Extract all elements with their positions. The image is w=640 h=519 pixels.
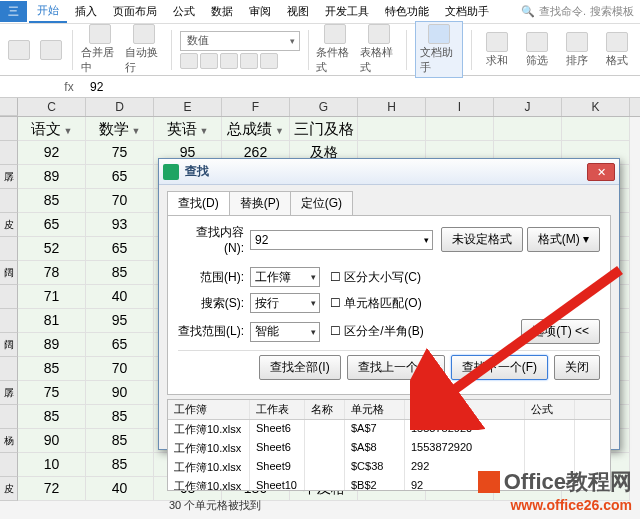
tab-view[interactable]: 视图 [279, 1, 317, 22]
inc-decimal-icon[interactable] [240, 53, 258, 69]
row-label[interactable] [0, 285, 18, 309]
col-hdr[interactable]: E [154, 98, 222, 116]
cell[interactable]: 65 [18, 213, 86, 237]
cell[interactable]: 81 [18, 309, 86, 333]
ribbon-btn-2[interactable] [38, 40, 64, 60]
cell[interactable]: 85 [18, 405, 86, 429]
cell[interactable]: 85 [86, 429, 154, 453]
find-content-input[interactable]: 92▾ [250, 230, 433, 250]
percent-icon[interactable] [200, 53, 218, 69]
tab-data[interactable]: 数据 [203, 1, 241, 22]
cell[interactable]: 75 [18, 381, 86, 405]
cell[interactable]: 70 [86, 357, 154, 381]
row-label[interactable] [0, 237, 18, 261]
formula-input[interactable]: 92 [84, 80, 640, 94]
tab-review[interactable]: 审阅 [241, 1, 279, 22]
search-templates[interactable]: 搜索模板 [590, 4, 634, 19]
col-hdr[interactable]: I [426, 98, 494, 116]
tab-find[interactable]: 查找(D) [167, 191, 230, 215]
tab-insert[interactable]: 插入 [67, 1, 105, 22]
row-label[interactable]: 孱 [0, 381, 18, 405]
row-label[interactable]: 阔 [0, 333, 18, 357]
col-hdr[interactable]: K [562, 98, 630, 116]
col-hdr[interactable]: F [222, 98, 290, 116]
cell[interactable]: 40 [86, 285, 154, 309]
tab-pagelayout[interactable]: 页面布局 [105, 1, 165, 22]
tab-replace[interactable]: 替换(P) [229, 191, 291, 215]
merge-center-button[interactable]: 合并居中 [81, 24, 119, 75]
search-commands[interactable]: 查找命令. [539, 4, 586, 19]
lookin-select[interactable]: 智能 [250, 322, 320, 342]
cell[interactable]: 三门及格 [290, 117, 358, 141]
tab-special[interactable]: 特色功能 [377, 1, 437, 22]
cell[interactable]: 78 [18, 261, 86, 285]
cell[interactable]: 数学▼ [86, 117, 154, 141]
row-label[interactable] [0, 357, 18, 381]
cell[interactable] [426, 117, 494, 141]
dec-decimal-icon[interactable] [260, 53, 278, 69]
format-button[interactable]: 格式 [600, 32, 634, 68]
row-label[interactable] [0, 405, 18, 429]
select-all-corner[interactable] [0, 98, 18, 116]
options-button[interactable]: 选项(T) << [521, 319, 600, 344]
cell[interactable]: 89 [18, 165, 86, 189]
currency-icon[interactable] [180, 53, 198, 69]
dialog-titlebar[interactable]: 查找 ✕ [159, 159, 619, 185]
row-label[interactable]: 阔 [0, 261, 18, 285]
cell[interactable]: 52 [18, 237, 86, 261]
col-hdr[interactable]: J [494, 98, 562, 116]
autosum-button[interactable]: 求和 [480, 32, 514, 68]
result-row[interactable]: 工作簿10.xlsxSheet6$A$81553872920 [168, 439, 610, 458]
comma-icon[interactable] [220, 53, 238, 69]
cell[interactable]: 85 [86, 453, 154, 477]
cell[interactable]: 英语▼ [154, 117, 222, 141]
col-hdr[interactable]: C [18, 98, 86, 116]
cell[interactable]: 10 [18, 453, 86, 477]
filter-arrow-icon[interactable]: ▼ [132, 126, 141, 136]
ribbon-btn-1[interactable] [6, 40, 32, 60]
number-format-select[interactable]: 数值 [180, 31, 300, 51]
cell[interactable]: 95 [86, 309, 154, 333]
file-menu[interactable]: 三 [0, 1, 27, 22]
cell[interactable]: 93 [86, 213, 154, 237]
tab-devtools[interactable]: 开发工具 [317, 1, 377, 22]
cell[interactable]: 总成绩▼ [222, 117, 290, 141]
cell[interactable]: 90 [86, 381, 154, 405]
cell[interactable]: 75 [86, 141, 154, 165]
cell[interactable]: 71 [18, 285, 86, 309]
sort-button[interactable]: 排序 [560, 32, 594, 68]
filter-button[interactable]: 筛选 [520, 32, 554, 68]
cell[interactable] [562, 117, 630, 141]
cell[interactable]: 65 [86, 237, 154, 261]
row-label[interactable] [0, 189, 18, 213]
row-label[interactable] [0, 117, 18, 141]
cell[interactable]: 65 [86, 165, 154, 189]
scope-select[interactable]: 工作簿 [250, 267, 320, 287]
cell[interactable] [494, 117, 562, 141]
cell[interactable]: 89 [18, 333, 86, 357]
result-row[interactable]: 工作簿10.xlsxSheet6$A$71553782920 [168, 420, 610, 439]
row-label[interactable]: 孱 [0, 165, 18, 189]
conditional-format-button[interactable]: 条件格式 [316, 24, 354, 75]
table-style-button[interactable]: 表格样式 [360, 24, 398, 75]
find-next-button[interactable]: 查找下一个(F) [451, 355, 548, 380]
match-case-checkbox[interactable]: ☐ 区分大小写(C) [330, 269, 421, 286]
row-label[interactable]: 皮 [0, 477, 18, 501]
row-label[interactable] [0, 309, 18, 333]
cell[interactable]: 85 [86, 405, 154, 429]
fx-icon[interactable]: fx [54, 80, 84, 94]
cell[interactable]: 90 [18, 429, 86, 453]
cell[interactable]: 70 [86, 189, 154, 213]
filter-arrow-icon[interactable]: ▼ [64, 126, 73, 136]
tab-home[interactable]: 开始 [29, 0, 67, 23]
cell[interactable]: 语文▼ [18, 117, 86, 141]
col-hdr[interactable]: H [358, 98, 426, 116]
cell[interactable]: 92 [18, 141, 86, 165]
match-cell-checkbox[interactable]: ☐ 单元格匹配(O) [330, 295, 422, 312]
fullhalf-checkbox[interactable]: ☐ 区分全/半角(B) [330, 323, 424, 340]
cell[interactable]: 72 [18, 477, 86, 501]
find-prev-button[interactable]: 查找上一个(V) [347, 355, 445, 380]
cell[interactable]: 85 [18, 357, 86, 381]
doc-assist-button[interactable]: 文档助手 [415, 21, 463, 78]
find-all-button[interactable]: 查找全部(I) [259, 355, 340, 380]
